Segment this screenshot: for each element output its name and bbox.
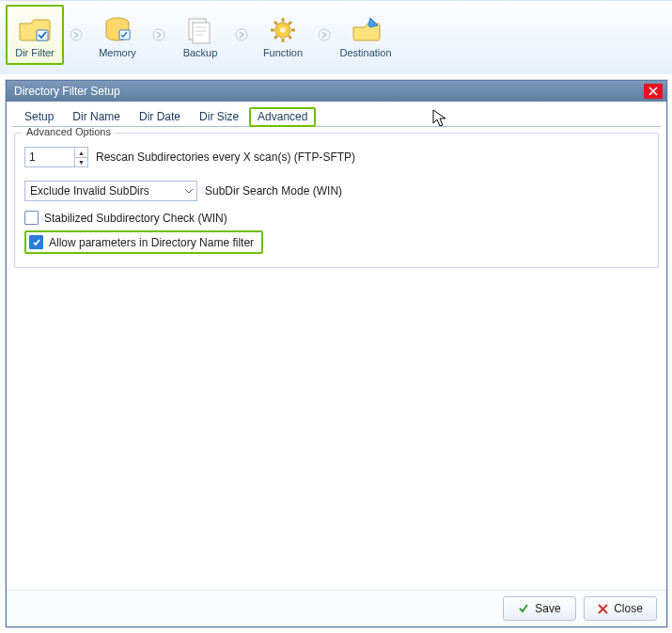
subdir-mode-label: SubDir Search Mode (WIN) [205, 184, 342, 198]
allow-params-check-row[interactable]: Allow parameters in Directory Name filte… [24, 230, 263, 254]
rescan-spinner[interactable]: ▲ ▼ [24, 147, 88, 167]
tab-advanced[interactable]: Advanced [249, 107, 316, 127]
step-backup[interactable]: Backup [171, 5, 229, 65]
checkbox-icon[interactable] [24, 211, 39, 225]
svg-point-4 [153, 29, 164, 40]
dialog-tabs: Setup Dir Name Dir Date Dir Size Advance… [7, 102, 666, 127]
checkbox-checked-icon[interactable] [29, 235, 43, 249]
backup-icon [183, 14, 217, 46]
group-legend: Advanced Options [23, 126, 115, 137]
step-memory[interactable]: Memory [88, 5, 147, 65]
arrow-icon [68, 5, 85, 65]
wizard-steps: Dir Filter Memory Backup Function [0, 0, 672, 74]
directory-filter-dialog: Directory Filter Setup Setup Dir Name Di… [6, 80, 667, 627]
svg-point-18 [319, 29, 330, 40]
step-dir-filter[interactable]: Dir Filter [6, 5, 64, 65]
check-icon [518, 603, 529, 614]
titlebar: Directory Filter Setup [7, 81, 666, 102]
step-label: Backup [183, 47, 218, 58]
stabilized-check-row[interactable]: Stabilized Subdirectory Check (WIN) [24, 211, 649, 225]
close-button[interactable]: Close [584, 596, 657, 621]
svg-line-16 [289, 22, 291, 24]
dialog-footer: Save Close [7, 590, 666, 626]
svg-line-15 [289, 36, 291, 39]
spinner-arrows[interactable]: ▲ ▼ [74, 149, 87, 166]
chevron-down-icon[interactable]: ▼ [74, 158, 87, 166]
save-button[interactable]: Save [503, 596, 576, 621]
svg-point-7 [236, 29, 247, 40]
subdir-mode-combo[interactable]: Exclude Invalid SubDirs [24, 181, 197, 201]
x-icon [598, 604, 608, 614]
svg-point-1 [70, 29, 82, 40]
step-function[interactable]: Function [254, 5, 312, 65]
chevron-up-icon[interactable]: ▲ [74, 149, 87, 158]
memory-icon [101, 14, 134, 46]
stabilized-label: Stabilized Subdirectory Check (WIN) [44, 212, 227, 225]
arrow-icon [233, 5, 250, 65]
step-label: Destination [339, 47, 391, 58]
svg-point-9 [280, 27, 286, 33]
rescan-label: Rescan Subdirectories every X scan(s) (F… [96, 150, 355, 164]
arrow-icon [150, 5, 167, 65]
subdir-mode-value: Exclude Invalid SubDirs [25, 184, 181, 198]
chevron-down-icon[interactable] [181, 182, 196, 200]
folder-filter-icon [18, 14, 52, 46]
step-label: Function [263, 47, 303, 58]
dialog-title: Directory Filter Setup [14, 85, 120, 98]
close-label: Close [614, 602, 643, 615]
step-destination[interactable]: Destination [336, 5, 395, 65]
arrow-icon [316, 5, 333, 65]
advanced-options-group: Advanced Options ▲ ▼ Rescan Subdirectori… [14, 133, 659, 268]
tab-dir-size[interactable]: Dir Size [191, 107, 247, 127]
svg-line-14 [274, 22, 277, 24]
save-label: Save [535, 602, 560, 615]
step-label: Memory [99, 47, 136, 58]
svg-rect-6 [193, 23, 210, 43]
allow-params-label: Allow parameters in Directory Name filte… [49, 236, 254, 249]
rescan-value[interactable] [25, 150, 74, 164]
tab-dir-name[interactable]: Dir Name [64, 107, 129, 127]
close-icon[interactable] [644, 84, 663, 99]
svg-line-17 [274, 36, 277, 39]
destination-icon [349, 14, 383, 46]
gear-icon [266, 14, 300, 46]
step-label: Dir Filter [15, 47, 55, 58]
tab-dir-date[interactable]: Dir Date [131, 107, 189, 127]
tab-setup[interactable]: Setup [16, 107, 62, 127]
